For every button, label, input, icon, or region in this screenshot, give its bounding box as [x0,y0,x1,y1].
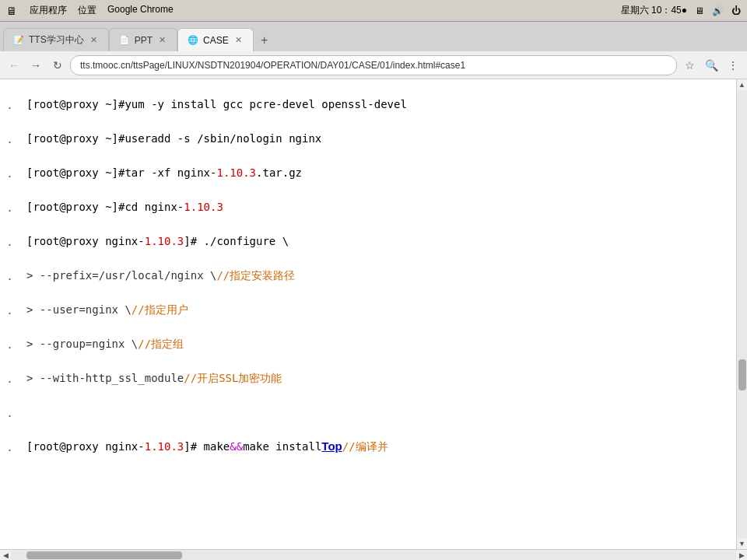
code-part-10-2: ]# make [184,429,230,464]
code-part-4-0: [root@proxy nginx- [26,224,145,258]
vertical-scrollbar[interactable]: ▲ ▼ [736,79,747,549]
code-line-10: .[root@proxy nginx-1.10.3]# make && make… [8,429,721,464]
menu-button[interactable]: ⋮ [724,56,742,75]
code-line-6: .> --user=nginx \ //指定用户 [8,292,721,327]
bullet-2: . [8,156,20,190]
browser-window: 📝 TTS学习中心 ✕ 📄 PPT ✕ 🌐 CASE ✕ + ← → ↻ ☆ 🔍… [0,22,747,560]
menu-apps[interactable]: 应用程序 [30,4,67,17]
tab-tts[interactable]: 📝 TTS学习中心 ✕ [3,28,109,51]
top-link[interactable]: Top [321,429,342,464]
scroll-left-arrow[interactable]: ◀ [0,550,11,561]
tab-case-label: CASE [203,35,229,46]
code-line-0: .[root@proxy ~]# yum -y install gcc pcre… [8,87,721,121]
tab-tts-close[interactable]: ✕ [89,34,99,46]
search-button[interactable]: 🔍 [702,56,721,75]
code-part-4-1: 1.10.3 [145,224,184,258]
title-bar-left: 🖥 应用程序 位置 Google Chrome [6,4,174,17]
bullet-8: . [8,361,20,395]
code-part-3-2: 1.10.3 [184,190,223,224]
bullet-9: . [8,395,20,429]
tab-tts-label: TTS学习中心 [29,33,84,47]
code-part-10-6: //编译并 [342,429,388,464]
tab-case-close[interactable]: ✕ [233,34,244,46]
scroll-track[interactable] [737,90,747,538]
h-scroll-thumb[interactable] [26,551,182,559]
horizontal-scrollbar[interactable]: ◀ ▶ [0,549,747,560]
scroll-thumb[interactable] [738,359,746,390]
code-part-0-0: [root@proxy ~]# [26,87,124,121]
tab-case-icon: 🌐 [188,35,198,45]
tab-case[interactable]: 🌐 CASE ✕ [177,28,254,51]
code-part-2-0: [root@proxy ~]# [26,156,124,190]
nav-bar: ← → ↻ ☆ 🔍 ⋮ [0,51,747,79]
menu-chrome[interactable]: Google Chrome [107,4,174,17]
code-part-3-1: cd nginx- [124,190,184,224]
code-part-5-0: > --prefix=/usr/local/nginx \ [26,258,216,292]
bullet-6: . [8,292,20,327]
code-line-3: .[root@proxy ~]# cd nginx-1.10.3 [8,190,721,224]
back-button[interactable]: ← [5,56,23,75]
network-icon: 🖥 [695,5,704,16]
code-line-2: .[root@proxy ~]# tar -xf nginx-1.10.3.ta… [8,156,721,190]
scroll-up-arrow[interactable]: ▲ [737,79,748,90]
h-scroll-track[interactable] [11,550,736,560]
code-part-7-1: //指定组 [138,327,184,361]
code-part-10-0: [root@proxy nginx- [26,429,145,464]
code-part-3-0: [root@proxy ~]# [26,190,124,224]
bullet-7: . [8,327,20,361]
title-bar-menu: 应用程序 位置 Google Chrome [30,4,174,17]
code-part-6-0: > --user=nginx \ [26,292,132,327]
volume-icon: 🔊 [712,5,724,16]
scroll-down-arrow[interactable]: ▼ [737,538,748,549]
code-line-5: .> --prefix=/usr/local/nginx \ //指定安装路径 [8,258,721,292]
code-part-0-1: yum -y install gcc pcre-devel openssl-de… [124,87,406,121]
code-part-6-1: //指定用户 [132,292,188,327]
reload-button[interactable]: ↻ [48,56,67,75]
tab-ppt-label: PPT [135,35,153,46]
new-tab-button[interactable]: + [254,30,275,51]
bullet-5: . [8,258,20,292]
code-part-2-2: 1.10.3 [216,156,256,190]
code-line-4: .[root@proxy nginx-1.10.3]# ./configure … [8,224,721,258]
code-part-8-0: > --with-http_ssl_module [26,361,184,395]
tab-ppt-close[interactable]: ✕ [157,34,167,46]
bullet-1: . [8,121,20,156]
page-content: .[root@proxy ~]# yum -y install gcc pcre… [0,79,736,549]
tab-tts-icon: 📝 [13,35,24,45]
content-scroll[interactable]: .[root@proxy ~]# yum -y install gcc pcre… [0,79,736,549]
bullet-10: . [8,429,20,464]
clock: 星期六 10：45● [621,4,687,17]
bullet-4: . [8,224,20,258]
forward-button[interactable]: → [26,56,45,75]
bullet-3: . [8,190,20,224]
tab-bar: 📝 TTS学习中心 ✕ 📄 PPT ✕ 🌐 CASE ✕ + [0,22,747,51]
code-part-8-1: //开启SSL加密功能 [184,361,282,395]
app-icon: 🖥 [6,5,17,17]
code-part-2-3: .tar.gz [256,156,302,190]
bookmark-button[interactable]: ☆ [680,56,699,75]
code-line-8: .> --with-http_ssl_module //开启SSL加密功能 [8,361,721,395]
menu-location[interactable]: 位置 [78,4,96,17]
code-part-2-1: tar -xf nginx- [124,156,216,190]
scroll-right-arrow[interactable]: ▶ [736,550,747,561]
tab-ppt[interactable]: 📄 PPT ✕ [109,28,177,51]
address-bar[interactable] [70,55,677,75]
title-bar-right: 星期六 10：45● 🖥 🔊 ⏻ [621,4,741,17]
code-part-10-1: 1.10.3 [145,429,184,464]
code-part-7-0: > --group=nginx \ [26,327,138,361]
power-icon[interactable]: ⏻ [731,5,741,16]
code-line-9: . [8,395,721,429]
code-part-1-0: [root@proxy ~]# [26,121,124,156]
code-part-1-1: useradd -s /sbin/nologin nginx [124,121,321,156]
title-bar: 🖥 应用程序 位置 Google Chrome 星期六 10：45● 🖥 🔊 ⏻ [0,0,747,22]
content-area: .[root@proxy ~]# yum -y install gcc pcre… [0,79,747,549]
bullet-0: . [8,87,20,121]
code-part-5-1: //指定安装路径 [216,258,295,292]
code-line-1: .[root@proxy ~]# useradd -s /sbin/nologi… [8,121,721,156]
code-part-4-2: ]# ./configure \ [184,224,289,258]
code-part-10-4: make install [243,429,321,464]
code-line-7: .> --group=nginx \ //指定组 [8,327,721,361]
code-part-10-3: && [230,429,243,464]
tab-ppt-icon: 📄 [119,35,130,45]
